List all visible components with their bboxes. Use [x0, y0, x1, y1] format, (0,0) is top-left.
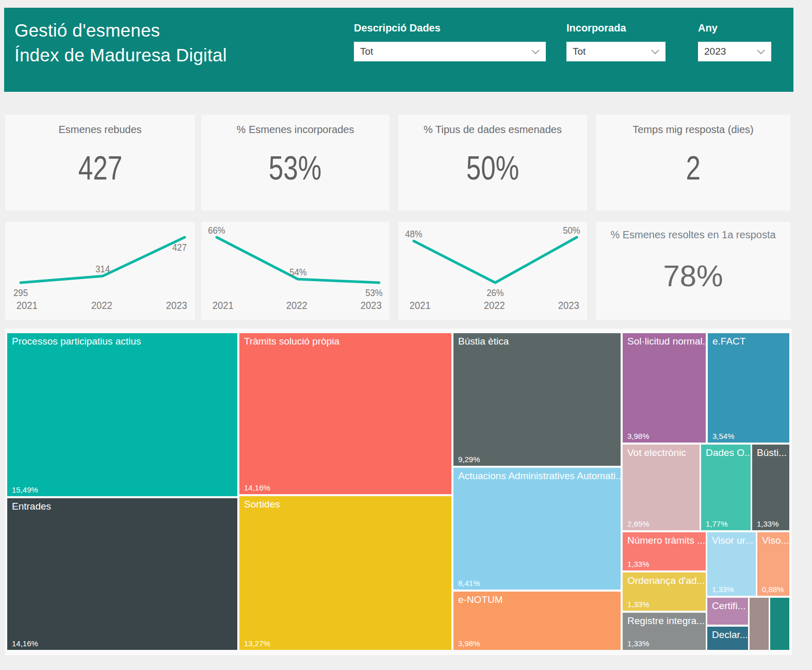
data-point-label: 50% — [563, 225, 580, 236]
tile-label: Tràmits solució pròpia — [239, 333, 451, 350]
treemap-tile[interactable]: Sol·licitud normal...3,98% — [623, 333, 706, 443]
any-dropdown[interactable]: 2023 — [698, 42, 771, 61]
treemap-tile[interactable] — [750, 598, 769, 650]
x-axis-label: 2023 — [558, 300, 579, 312]
tile-value: 8,41% — [458, 579, 480, 587]
treemap-tile[interactable]: Bústia ètica9,29% — [453, 333, 621, 466]
treemap-tile[interactable]: Ordenança d'ad...1,33% — [623, 573, 706, 611]
treemap-tile[interactable]: Entrades14,16% — [7, 498, 237, 650]
kpi-card-esmenes-incorporades: % Esmenes incorporades 53% — [201, 115, 389, 210]
tile-value: 1,33% — [757, 519, 779, 528]
tile-value: 14,16% — [12, 639, 38, 648]
tile-value: 15,49% — [12, 485, 38, 494]
page-title: Gestió d'esmenes Índex de Maduresa Digit… — [14, 18, 227, 68]
x-axis-label: 2023 — [166, 300, 187, 312]
x-axis-label: 2021 — [410, 300, 431, 312]
treemap-tile[interactable]: Registre integra...1,33% — [623, 613, 706, 650]
treemap-tile[interactable]: Viso...0,88% — [757, 532, 789, 596]
kpi-card-tipus-dades-esmenades: % Tipus de dades esmenades 50% — [398, 115, 587, 210]
tile-label: Número tràmits ... — [623, 532, 706, 549]
tile-label: Viso... — [757, 532, 789, 549]
tile-label: Dades O... — [701, 445, 751, 461]
x-axis-label: 2022 — [286, 300, 307, 312]
kpi-title: Temps mig resposta (dies) — [596, 124, 790, 136]
tile-label: Processos participatius actius — [7, 333, 237, 350]
data-point-label: 54% — [289, 267, 306, 278]
tile-value: 13,27% — [244, 639, 270, 648]
x-axis-labels: 202120222023 — [201, 300, 389, 312]
tile-label: Bústia ètica — [453, 333, 621, 350]
filter-label: Incorporada — [566, 22, 665, 34]
x-axis-label: 2022 — [91, 300, 112, 312]
descripcio-dades-dropdown[interactable]: Tot — [354, 42, 546, 61]
tile-label: Entrades — [7, 498, 237, 515]
data-point-label: 26% — [486, 287, 504, 299]
dropdown-value: Tot — [360, 46, 527, 57]
x-axis-labels: 202120222023 — [398, 300, 587, 312]
data-point-label: 66% — [208, 225, 225, 236]
treemap-tile[interactable]: Processos participatius actius15,49% — [7, 333, 237, 496]
tile-label: Registre integra... — [623, 613, 706, 629]
tile-label: Visor ur... — [707, 532, 756, 549]
treemap-tile[interactable]: Bústi...1,33% — [752, 445, 789, 530]
tile-label: Sol·licitud normal... — [623, 333, 706, 350]
sparkline-esmenes-incorporades: 66%54%53%202120222023 — [201, 222, 389, 320]
treemap-tile[interactable]: Vot electrònic2,65% — [623, 445, 700, 530]
treemap-tile[interactable]: e-NOTUM3,98% — [453, 592, 621, 650]
tile-value: 3,98% — [458, 639, 480, 648]
x-axis-label: 2022 — [484, 300, 505, 312]
sparkline-chart — [201, 222, 389, 299]
x-axis-label: 2021 — [213, 300, 234, 312]
sparkline-chart — [5, 222, 195, 299]
tile-label: Certifi... — [707, 598, 748, 614]
tile-label: e.FACT — [708, 333, 789, 350]
kpi-value: 427 — [78, 149, 122, 187]
kpi-title: Esmenes rebudes — [5, 124, 195, 136]
tile-label: Bústi... — [752, 445, 789, 461]
kpi-value: 2 — [686, 149, 700, 187]
kpi-title: % Esmenes resoltes en 1a resposta — [596, 229, 790, 241]
x-axis-label: 2023 — [360, 300, 381, 312]
treemap-tile[interactable]: Visor ur...1,33% — [707, 532, 756, 596]
tile-label: Sortides — [239, 496, 451, 513]
dropdown-value: 2023 — [704, 46, 753, 57]
treemap-tile[interactable]: e.FACT3,54% — [708, 333, 789, 443]
tile-value: 0,88% — [762, 585, 784, 594]
tile-value: 1,33% — [627, 560, 649, 568]
kpi-card-esmenes-rebudes: Esmenes rebudes 427 — [5, 115, 195, 210]
sparkline-tipus-dades-esmenades: 48%26%50%202120222023 — [398, 222, 587, 320]
filter-any: Any 2023 — [698, 22, 771, 61]
treemap-tile[interactable]: Sortides13,27% — [239, 496, 451, 650]
dropdown-value: Tot — [573, 46, 647, 57]
data-point-label: 295 — [13, 287, 28, 299]
filter-incorporada: Incorporada Tot — [566, 22, 665, 61]
tile-value: 1,33% — [712, 585, 734, 594]
kpi-title: % Esmenes incorporades — [201, 124, 389, 136]
filter-label: Any — [698, 22, 771, 34]
tile-value: 14,16% — [244, 483, 270, 492]
tile-value: 1,33% — [627, 639, 649, 648]
chevron-down-icon — [531, 50, 540, 54]
data-point-label: 48% — [405, 228, 422, 240]
treemap-tile[interactable]: Actuacions Administratives Automati...8,… — [453, 468, 621, 590]
x-axis-labels: 202120222023 — [5, 300, 195, 312]
data-point-label: 53% — [365, 287, 382, 299]
treemap-tiles-container: Processos participatius actius15,49%Entr… — [7, 333, 789, 650]
filter-descripcio-dades: Descripció Dades Tot — [354, 22, 546, 61]
chevron-down-icon — [757, 50, 765, 54]
treemap-tile[interactable] — [770, 598, 789, 650]
kpi-card-esmenes-resoltes-1a-resposta: % Esmenes resoltes en 1a resposta 78% — [596, 222, 790, 320]
treemap-tile[interactable]: Certifi... — [707, 598, 748, 625]
incorporada-dropdown[interactable]: Tot — [566, 42, 665, 61]
tile-value: 1,33% — [627, 600, 649, 609]
dashboard-header: Gestió d'esmenes Índex de Maduresa Digit… — [4, 8, 793, 92]
tile-label: e-NOTUM — [453, 592, 621, 608]
treemap-tile[interactable]: Dades O...1,77% — [701, 445, 751, 530]
treemap-visual: Processos participatius actius15,49%Entr… — [5, 329, 792, 655]
treemap-tile[interactable]: Número tràmits ...1,33% — [623, 532, 706, 570]
kpi-card-temps-mig-resposta: Temps mig resposta (dies) 2 — [596, 115, 790, 210]
treemap-tile[interactable]: Tràmits solució pròpia14,16% — [239, 333, 451, 494]
tile-value: 9,29% — [458, 455, 480, 464]
tile-value: 3,98% — [627, 432, 649, 440]
treemap-tile[interactable]: Declar... — [707, 627, 748, 650]
